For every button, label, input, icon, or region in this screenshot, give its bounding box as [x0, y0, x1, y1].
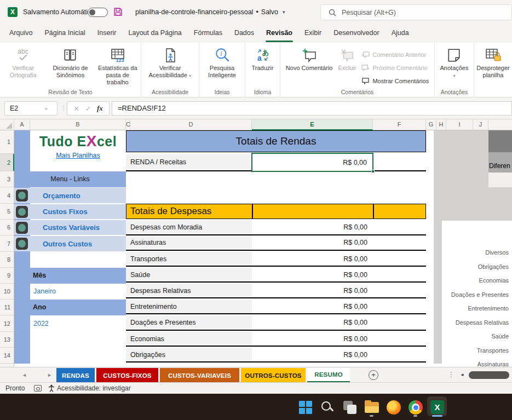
- col-header-d[interactable]: D: [130, 119, 252, 130]
- row-header-1[interactable]: 1: [0, 130, 14, 154]
- horizontal-scrollbar-thumb[interactable]: [469, 371, 509, 379]
- sheet-tab-resumo[interactable]: RESUMO: [307, 368, 350, 383]
- table-row[interactable]: Despesas com MoradiaR$ 0,00: [126, 220, 426, 235]
- table-row[interactable]: Despesas RelativasR$ 0,00: [126, 284, 426, 298]
- col-header-h[interactable]: H: [436, 119, 446, 130]
- row-header-13[interactable]: 13: [0, 332, 14, 348]
- more-options-icon[interactable]: ⋮: [448, 371, 455, 378]
- table-row[interactable]: EntretenimentoR$ 0,00: [126, 300, 426, 314]
- table-row[interactable]: Doações e PresentesR$ 0,00: [126, 315, 426, 331]
- document-title[interactable]: planilha-de-controle-financeiro-pessoal …: [135, 0, 285, 24]
- sheet-tab-custos-fixos[interactable]: CUSTOS-FIXOS: [96, 368, 158, 383]
- table-row[interactable]: SaúdeR$ 0,00: [126, 268, 426, 283]
- new-sheet-button[interactable]: +: [369, 370, 378, 380]
- year-value-cell[interactable]: 2022: [30, 315, 126, 332]
- display-settings-icon[interactable]: [34, 385, 42, 392]
- check-accessibility-button[interactable]: Verificar Acessibilidade ˅: [144, 45, 197, 80]
- autosave-toggle[interactable]: [88, 8, 108, 17]
- col-header-j[interactable]: J: [473, 119, 488, 130]
- workbook-statistics-button[interactable]: 123 Estatísticas da pasta de trabalho: [95, 45, 141, 87]
- unprotect-sheet-button[interactable]: Desproteger planilha: [474, 45, 512, 80]
- fill-handle[interactable]: [371, 170, 375, 173]
- tab-exibir[interactable]: Exibir: [298, 24, 327, 43]
- select-all-corner[interactable]: [0, 119, 14, 130]
- sheet-tab-custos-variaveis[interactable]: CUSTOS-VARIAVEIS: [160, 368, 239, 383]
- taskbar-search-icon[interactable]: [321, 400, 336, 415]
- table-row[interactable]: AssinaturasR$ 0,00: [126, 235, 426, 251]
- save-icon[interactable]: [113, 7, 123, 19]
- table-row[interactable]: EconomiasR$ 0,00: [126, 332, 426, 347]
- col-header-g[interactable]: G: [426, 119, 436, 130]
- round-button-icon[interactable]: [16, 189, 28, 202]
- round-button-icon[interactable]: [16, 222, 28, 234]
- tab-layout-da-pagina[interactable]: Layout da Página: [122, 24, 187, 43]
- col-header-e[interactable]: E: [252, 119, 373, 130]
- scrollbar-left-arrow-icon[interactable]: ◄: [460, 372, 464, 377]
- notes-button[interactable]: Anotações˅: [438, 45, 471, 80]
- excel-taskbar-icon[interactable]: X: [430, 400, 444, 414]
- show-comments-button[interactable]: Mostrar Comentários: [359, 75, 431, 87]
- sidebar-item-outros-custos[interactable]: Outros Custos: [14, 236, 126, 251]
- tab-desenvolvedor[interactable]: Desenvolvedor: [327, 24, 385, 43]
- sidebar-item-custos-variaveis[interactable]: Custos Variáveis: [14, 220, 126, 235]
- new-comment-button[interactable]: Novo Comentário: [284, 45, 335, 73]
- row-header-11[interactable]: 11: [0, 300, 14, 315]
- row-header-5[interactable]: 5: [0, 204, 14, 220]
- sidebar-item-custos-fixos[interactable]: Custos Fixos: [14, 204, 126, 219]
- accessibility-status[interactable]: Acessibilidade: investigar: [57, 383, 131, 394]
- col-header-i[interactable]: I: [446, 119, 473, 130]
- round-button-icon[interactable]: [16, 206, 28, 218]
- tab-ajuda[interactable]: Ajuda: [386, 24, 415, 43]
- tab-inserir[interactable]: Inserir: [91, 24, 123, 43]
- round-button-icon[interactable]: [16, 238, 28, 250]
- row-header-12[interactable]: 12: [0, 315, 14, 332]
- row-header-4[interactable]: 4: [0, 187, 14, 204]
- col-header-f[interactable]: F: [373, 119, 426, 130]
- row-header-3[interactable]: 3: [0, 171, 14, 187]
- row-header-14[interactable]: 14: [0, 348, 14, 364]
- cancel-icon[interactable]: ✕: [73, 105, 79, 113]
- col-header-c[interactable]: C: [126, 119, 130, 130]
- smart-lookup-button[interactable]: i Pesquisa Inteligente: [199, 45, 245, 80]
- search-input[interactable]: Pesquisar (Alt+G): [320, 4, 512, 20]
- tab-pagina-inicial[interactable]: Página Inicial: [38, 24, 91, 43]
- table-row[interactable]: TransportesR$ 0,00: [126, 252, 426, 267]
- year-label-cell[interactable]: Ano: [14, 300, 126, 315]
- month-label-cell[interactable]: Mês: [14, 268, 126, 284]
- name-box-caret[interactable]: ⌄: [47, 101, 52, 116]
- tab-dados[interactable]: Dados: [228, 24, 260, 43]
- insert-function-icon[interactable]: fx: [97, 104, 103, 113]
- enter-icon[interactable]: ✓: [85, 105, 91, 113]
- sheet-tab-rendas[interactable]: RENDAS: [56, 368, 95, 383]
- row-header-9[interactable]: 9: [0, 268, 14, 284]
- sheet-nav-left-icon[interactable]: ◄: [22, 372, 27, 378]
- active-cell-e2[interactable]: R$ 0,00: [251, 153, 373, 172]
- translate-button[interactable]: あa Traduzir: [250, 45, 276, 73]
- tab-formulas[interactable]: Fórmulas: [188, 24, 228, 43]
- accessibility-icon[interactable]: [48, 384, 55, 394]
- row-header-10[interactable]: 10: [0, 284, 14, 300]
- row-header-2[interactable]: 2: [0, 154, 14, 171]
- tab-revisao[interactable]: Revisão: [260, 24, 298, 43]
- sidebar-item-orcamento[interactable]: Orçamento: [14, 188, 126, 203]
- table-row[interactable]: ObrigaçõesR$ 0,00: [126, 348, 426, 363]
- col-header-b[interactable]: B: [30, 119, 126, 130]
- col-header-a[interactable]: A: [14, 119, 30, 130]
- task-view-icon[interactable]: [343, 400, 357, 415]
- row-header-6[interactable]: 6: [0, 220, 14, 235]
- rendas-row-label[interactable]: RENDA / Receitas: [126, 154, 252, 170]
- firefox-icon[interactable]: [387, 400, 401, 415]
- thesaurus-button[interactable]: Dicionário de Sinônimos: [47, 45, 93, 80]
- month-value-cell[interactable]: Janeiro: [30, 284, 126, 300]
- mais-planilhas-link[interactable]: Mais Planilhas: [30, 152, 126, 159]
- chart-axis-label: Entretenimento: [468, 305, 509, 312]
- tab-arquivo[interactable]: Arquivo: [3, 24, 38, 43]
- windows-start-icon[interactable]: [299, 400, 313, 415]
- sheet-tab-outros-custos[interactable]: OUTROS-CUSTOS: [241, 368, 306, 383]
- formula-input[interactable]: =RENDAS!F12: [112, 101, 512, 116]
- file-explorer-icon[interactable]: [365, 400, 379, 415]
- row-header-8[interactable]: 8: [0, 252, 14, 268]
- chrome-icon[interactable]: [409, 400, 423, 415]
- row-header-7[interactable]: 7: [0, 235, 14, 252]
- sheet-nav-right-icon[interactable]: ►: [47, 372, 52, 378]
